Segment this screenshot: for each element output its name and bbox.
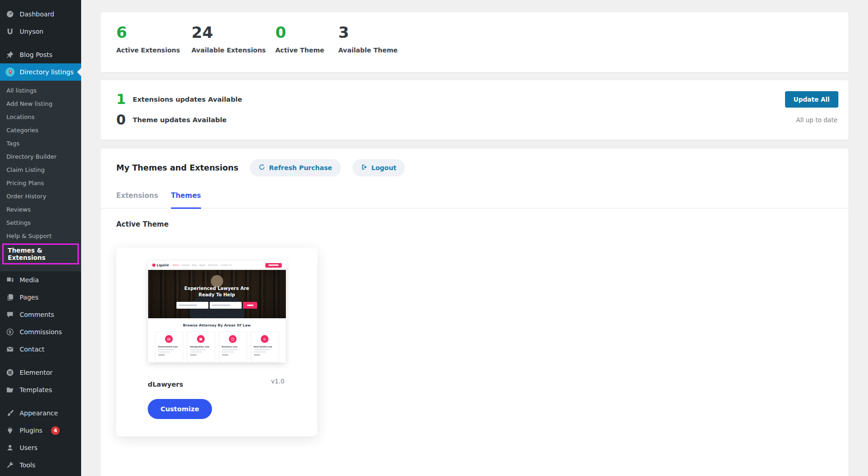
sidebar-item-label: Dashboard	[20, 10, 54, 18]
sidebar-item-label: Tools	[20, 461, 36, 469]
refresh-purchase-button[interactable]: Refresh Purchase	[250, 159, 341, 176]
submenu-tags[interactable]: Tags	[0, 137, 81, 150]
tab-extensions[interactable]: Extensions	[116, 191, 158, 208]
sidebar-item-directory-listings[interactable]: Directory listings	[0, 63, 81, 81]
preview-navbar: Ligalid Home Listings Blog Pages Element…	[148, 261, 286, 270]
envelope-icon	[5, 345, 15, 354]
preview-category-name: Real Estate Law	[254, 346, 276, 348]
theme-version: v1.0	[271, 378, 284, 385]
wrench-icon	[5, 460, 15, 470]
sidebar-item-users[interactable]: Users	[0, 439, 81, 456]
elementor-icon	[5, 368, 15, 377]
preview-nav-item: Listings	[181, 264, 189, 266]
preview-nav-item: Home	[173, 264, 179, 266]
submenu-themes-extensions[interactable]: Themes & Extensions	[2, 243, 79, 264]
theme-update-label: Theme updates Available	[133, 116, 227, 124]
sidebar-item-media[interactable]: Media	[0, 271, 81, 289]
svg-text:$: $	[9, 330, 11, 334]
plugins-update-badge: 4	[51, 426, 60, 435]
stat-label: Active Extensions	[116, 47, 191, 54]
sidebar-item-contact[interactable]: Contact	[0, 341, 81, 358]
preview-category-card: ◫ Business Law	[219, 331, 247, 362]
preview-cta-button	[265, 263, 282, 268]
submenu-order-history[interactable]: Order History	[0, 190, 81, 203]
preview-nav-item: Elements	[208, 264, 218, 266]
stat-available-extensions: 24 Available Extensions	[191, 25, 275, 58]
folder-icon	[5, 385, 15, 394]
customize-button[interactable]: Customize	[148, 399, 212, 419]
sidebar-item-templates[interactable]: Templates	[0, 381, 81, 398]
sidebar-item-pages[interactable]: Pages	[0, 289, 81, 306]
stats-card: 6 Active Extensions 24 Available Extensi…	[101, 12, 848, 72]
preview-category-card: ▤ Government Law	[155, 331, 183, 362]
update-all-button[interactable]: Update All	[785, 91, 838, 108]
business-icon: ◫	[229, 335, 237, 343]
up-to-date-status: All up to date	[796, 116, 838, 124]
preview-category-card: ▣ Immigration Law	[187, 331, 215, 362]
immigration-icon: ▣	[197, 335, 205, 343]
tab-themes[interactable]: Themes	[171, 191, 201, 209]
submenu-claim-listing[interactable]: Claim Listing	[0, 163, 81, 176]
sidebar-item-comments[interactable]: Comments	[0, 306, 81, 323]
preview-nav-item: Blog	[192, 264, 196, 266]
preview-category-cards: ▤ Government Law ▣ Immigration Law ◫	[148, 331, 286, 362]
user-icon	[5, 443, 15, 452]
sidebar-item-label: Appearance	[20, 409, 58, 417]
sidebar-item-label: Commissions	[20, 328, 62, 336]
brush-icon	[5, 409, 15, 418]
submenu-directory-builder[interactable]: Directory Builder	[0, 150, 81, 163]
comment-icon	[5, 310, 15, 319]
dollar-circle-icon: $	[5, 327, 15, 336]
submenu-locations[interactable]: Locations	[0, 110, 81, 124]
preview-body: Browse Attorney By Areas Of Law ▤ Govern…	[148, 318, 286, 362]
sidebar-item-tools[interactable]: Tools	[0, 456, 81, 474]
sidebar-item-label: Unyson	[20, 28, 43, 35]
preview-nav-item: Contact Us	[221, 264, 232, 266]
submenu-reviews[interactable]: Reviews	[0, 203, 81, 216]
pages-icon	[5, 293, 15, 302]
refresh-icon	[258, 164, 265, 172]
directory-listings-icon	[5, 67, 15, 77]
theme-card-dlawyers: Ligalid Home Listings Blog Pages Element…	[116, 248, 317, 436]
main-content: 6 Active Extensions 24 Available Extensi…	[81, 0, 868, 476]
extensions-update-row: 1 Extensions updates Available Update Al…	[116, 90, 838, 109]
sidebar-item-commissions[interactable]: $ Commissions	[0, 323, 81, 341]
submenu-settings[interactable]: Settings	[0, 216, 81, 229]
panel-header: My Themes and Extensions Refresh Purchas…	[101, 149, 848, 176]
theme-name: dLawyers	[148, 381, 183, 388]
sidebar-item-label: Media	[20, 276, 39, 284]
sidebar-item-dashboard[interactable]: Dashboard	[0, 5, 81, 23]
sidebar-item-blog-posts[interactable]: Blog Posts	[0, 46, 81, 63]
submenu-help-support[interactable]: Help & Support	[0, 229, 81, 243]
sidebar-item-label: Directory listings	[20, 68, 73, 76]
logout-label: Logout	[372, 164, 397, 171]
preview-category-card: ⌂ Real Estate Law	[251, 331, 279, 362]
submenu-add-new-listing[interactable]: Add New listing	[0, 97, 81, 110]
stat-value: 0	[275, 25, 338, 40]
preview-hero: Experienced Lawyers Are Ready To Help	[148, 270, 286, 318]
sidebar-item-plugins[interactable]: Plugins 4	[0, 422, 81, 439]
submenu-all-listings[interactable]: All listings	[0, 84, 81, 97]
submenu-categories[interactable]: Categories	[0, 124, 81, 137]
refresh-purchase-label: Refresh Purchase	[269, 164, 332, 171]
theme-list: Ligalid Home Listings Blog Pages Element…	[101, 228, 848, 455]
logout-button[interactable]: Logout	[352, 159, 405, 176]
sidebar-item-unyson[interactable]: Unyson	[0, 23, 81, 40]
sidebar-item-label: Elementor	[20, 369, 52, 376]
sidebar-item-partial[interactable]	[0, 474, 81, 476]
submenu-pricing-plans[interactable]: Pricing Plans	[0, 176, 81, 190]
active-theme-heading: Active Theme	[101, 208, 848, 228]
sidebar-item-elementor[interactable]: Elementor	[0, 364, 81, 381]
preview-hero-line1: Experienced Lawyers Are	[148, 285, 286, 292]
sidebar-item-appearance[interactable]: Appearance	[0, 404, 81, 422]
government-icon: ▤	[165, 335, 173, 343]
media-icon	[5, 275, 15, 285]
preview-location-input	[210, 302, 242, 309]
theme-update-count: 0	[116, 113, 131, 127]
preview-nav-links: Home Listings Blog Pages Elements Contac…	[173, 264, 232, 266]
preview-section-title: Browse Attorney By Areas Of Law	[148, 323, 286, 327]
stat-value: 24	[191, 25, 275, 40]
sidebar-item-label: Plugins	[20, 427, 42, 434]
dashboard-icon	[5, 10, 15, 19]
sidebar-item-label: Blog Posts	[20, 51, 52, 58]
